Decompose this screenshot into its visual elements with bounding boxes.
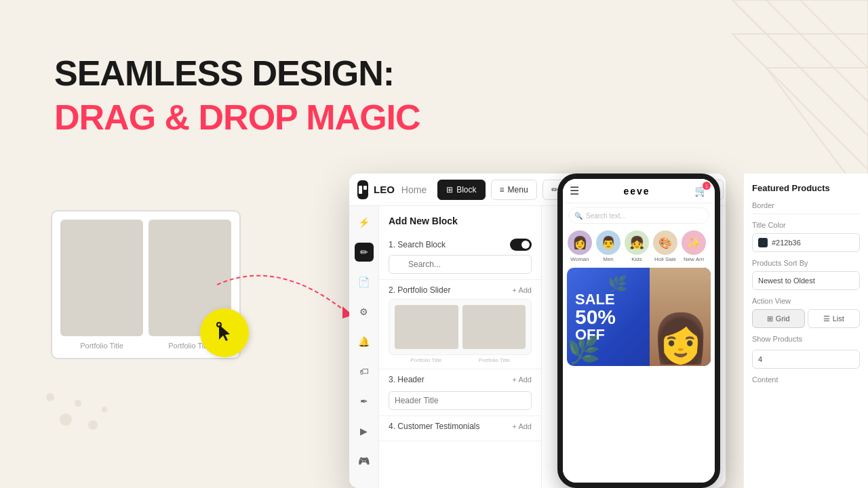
dot-decoration	[46, 393, 54, 401]
menu-icon: ≡	[500, 185, 505, 195]
sale-text: SALE 50% OFF	[575, 292, 616, 342]
dot-decoration	[102, 407, 107, 412]
show-products-label: Show Products	[752, 335, 860, 343]
search-wrapper: 🔍	[389, 255, 532, 274]
sidebar-icon-settings[interactable]: ⚙	[355, 302, 374, 321]
cat-img-kids: 👧	[625, 230, 649, 255]
sort-label: Products Sort By	[752, 259, 860, 267]
svg-rect-8	[363, 186, 367, 190]
portfolio-add-button[interactable]: + Add	[513, 286, 532, 294]
cat-img-holi: 🎨	[653, 230, 677, 255]
cat-label-kids: Kids	[631, 256, 642, 262]
content-label: Content	[752, 375, 860, 384]
block-item-header: 3. Header + Add	[379, 369, 541, 416]
show-products-input[interactable]	[752, 350, 860, 369]
cursor-button[interactable]	[200, 308, 249, 357]
svg-rect-7	[359, 186, 362, 194]
block-item-portfolio: 2. Portfolio Slider + Add Portfolio Titl…	[379, 280, 541, 369]
mobile-menu-icon[interactable]: ☰	[570, 184, 579, 197]
sidebar-icon-page[interactable]: 📄	[355, 272, 374, 291]
list-label: List	[833, 314, 844, 323]
sort-value: Newest to Oldest	[758, 277, 815, 285]
hero-title-red: DRAG & DROP MAGIC	[54, 98, 420, 137]
grid-view-button[interactable]: ⊞ Grid	[752, 309, 805, 328]
cat-label-men: Men	[603, 256, 614, 262]
block-panel: Add New Block 1. Search Block 🔍 2. Portf…	[379, 206, 542, 488]
block-name-portfolio: 2. Portfolio Slider	[389, 285, 450, 295]
sale-main: SALE	[575, 292, 616, 307]
dot-decoration	[88, 420, 98, 430]
block-name-header: 3. Header	[389, 375, 425, 384]
hero-section: SEAMLESS DESIGN: DRAG & DROP MAGIC	[54, 54, 420, 137]
cat-img-woman: 👩	[568, 230, 592, 255]
sidebar-icon-edit[interactable]: ✏	[355, 243, 374, 262]
cat-img-men: 👨	[596, 230, 620, 255]
sidebar-icon-game[interactable]: 🎮	[355, 451, 374, 470]
color-value: #212b36	[772, 239, 801, 247]
block-panel-title: Add New Block	[379, 213, 541, 233]
cat-label-holi: Holi Sale	[654, 256, 676, 262]
hero-title-black: SEAMLESS DESIGN:	[54, 54, 420, 93]
category-men[interactable]: 👨 Men	[595, 230, 621, 262]
menu-button[interactable]: ≡ Menu	[491, 180, 537, 200]
block-toggle-search[interactable]	[510, 239, 532, 251]
block-button[interactable]: ⊞ Block	[437, 180, 485, 200]
color-swatch	[758, 238, 768, 247]
mobile-inner: ☰ eeve 🛒 1 🔍 Search text... 👩 Woman 👨	[563, 179, 715, 483]
sale-person-image: 👩	[650, 268, 711, 366]
sidebar-icon-activity[interactable]: ⚡	[355, 213, 374, 232]
sidebar-icon-pen[interactable]: ✒	[355, 392, 374, 411]
slider-label-1: Portfolio Title	[394, 355, 458, 363]
list-view-button[interactable]: ☰ List	[808, 309, 861, 328]
mobile-categories: 👩 Woman 👨 Men 👧 Kids 🎨 Holi S	[563, 228, 715, 265]
editor-logo	[357, 180, 368, 199]
editor-site-name: LEO	[374, 184, 395, 195]
block-icon: ⊞	[446, 185, 453, 195]
sidebar-icon-bell[interactable]: 🔔	[355, 332, 374, 351]
dot-decoration	[75, 400, 81, 407]
search-input[interactable]	[389, 255, 532, 274]
block-item-search: 1. Search Block 🔍	[379, 233, 541, 280]
title-color-label: Title Color	[752, 221, 860, 229]
border-label: Border	[752, 201, 860, 209]
mobile-cart-badge: 1	[703, 182, 711, 190]
sale-percent: 50%	[575, 307, 616, 327]
title-color-input[interactable]: #212b36	[752, 233, 860, 252]
right-panel: Featured Products Border Title Color #21…	[743, 174, 868, 488]
editor-sidebar: ⚡ ✏ 📄 ⚙ 🔔 🏷 ✒ ▶ 🎮	[349, 206, 379, 488]
sale-off: OFF	[575, 327, 616, 342]
grid-icon: ⊞	[767, 314, 773, 323]
slider-thumb-1	[395, 305, 458, 349]
cat-img-new: ✨	[682, 230, 706, 255]
slider-labels: Portfolio Title Portfolio Title	[389, 355, 532, 363]
editor-page-name: Home	[401, 184, 427, 195]
portfolio-label-1: Portfolio Title	[60, 342, 143, 350]
mobile-search[interactable]: 🔍 Search text...	[568, 207, 709, 224]
sidebar-icon-tag[interactable]: 🏷	[355, 362, 374, 381]
testimonials-add-button[interactable]: + Add	[513, 422, 532, 430]
slider-thumb-2	[462, 305, 526, 349]
block-name-search: 1. Search Block	[389, 240, 446, 249]
mobile-logo: eeve	[623, 186, 650, 197]
list-icon: ☰	[823, 314, 830, 323]
grid-label: Grid	[776, 314, 790, 323]
category-new[interactable]: ✨ New Arri	[681, 230, 707, 262]
mockup-img-1	[60, 220, 143, 336]
category-holi[interactable]: 🎨 Holi Sale	[652, 230, 678, 262]
sort-dropdown[interactable]: Newest to Oldest	[752, 271, 860, 290]
category-woman[interactable]: 👩 Woman	[567, 230, 593, 262]
category-kids[interactable]: 👧 Kids	[624, 230, 650, 262]
header-add-button[interactable]: + Add	[513, 375, 532, 384]
action-view-label: Action View	[752, 297, 860, 305]
sidebar-icon-play[interactable]: ▶	[355, 422, 374, 441]
block-item-testimonials: 4. Customer Testimonials + Add	[379, 416, 541, 441]
mobile-cart[interactable]: 🛒 1	[694, 184, 708, 197]
mobile-search-placeholder: Search text...	[586, 212, 626, 220]
mobile-header: ☰ eeve 🛒 1	[563, 179, 715, 203]
cat-label-woman: Woman	[570, 256, 589, 262]
header-title-input[interactable]	[389, 391, 532, 410]
slider-preview	[389, 299, 532, 355]
slider-label-2: Portfolio Title	[462, 355, 527, 363]
block-name-testimonials: 4. Customer Testimonials	[389, 422, 480, 431]
cat-label-new: New Arri	[684, 256, 704, 262]
